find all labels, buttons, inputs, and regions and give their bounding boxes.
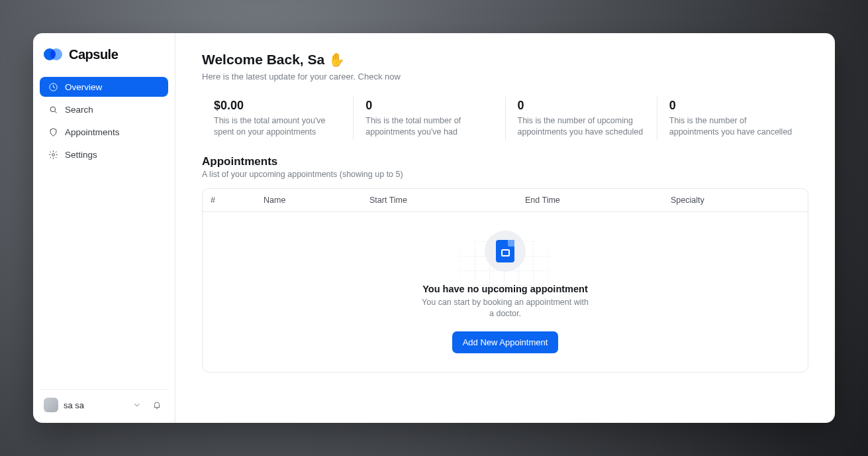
avatar [44, 398, 58, 412]
sidebar-item-overview[interactable]: Overview [40, 77, 168, 97]
chevron-down-icon [132, 400, 142, 410]
shield-icon [48, 127, 58, 137]
sidebar-footer: sa sa [40, 389, 168, 416]
stat-value: 0 [518, 99, 645, 113]
brand-name: Capsule [69, 47, 118, 62]
empty-title: You have no upcoming appointment [422, 284, 587, 294]
dashboard-icon [48, 82, 58, 92]
stat-total-spent: $0.00 This is the total amount you've sp… [202, 96, 354, 141]
sidebar: Capsule Overview Search Appointments [33, 33, 175, 423]
column-name: Name [264, 196, 369, 205]
stat-desc: This is the number of upcoming appointme… [518, 115, 644, 138]
stats-row: $0.00 This is the total amount you've sp… [202, 96, 808, 141]
page-title: Welcome Back, Sa [202, 52, 324, 68]
notifications-button[interactable] [150, 398, 164, 412]
column-start-time: Start Time [369, 196, 525, 205]
stat-desc: This is the number of appointments you h… [669, 115, 795, 138]
section-subtitle: A list of your upcoming appointments (sh… [202, 170, 808, 179]
add-appointment-button[interactable]: Add New Appointment [452, 331, 559, 353]
search-icon [48, 104, 58, 115]
stat-desc: This is the total amount you've spent on… [214, 115, 340, 138]
table-header: # Name Start Time End Time Specialty [203, 189, 808, 212]
document-icon [496, 240, 514, 262]
column-index: # [211, 196, 264, 205]
stat-total-appointments: 0 This is the total number of appointmen… [354, 96, 505, 141]
sidebar-item-search[interactable]: Search [40, 99, 168, 119]
stat-value: $0.00 [214, 99, 341, 113]
stat-desc: This is the total number of appointments… [365, 115, 491, 138]
stat-value: 0 [365, 99, 493, 113]
stat-upcoming: 0 This is the number of upcoming appoint… [506, 96, 657, 141]
sidebar-item-label: Search [65, 105, 93, 115]
wave-emoji-icon: ✋ [328, 53, 345, 66]
user-menu-toggle[interactable] [130, 398, 144, 412]
sidebar-item-label: Settings [65, 150, 97, 160]
stat-value: 0 [669, 99, 796, 113]
main-content: Welcome Back, Sa ✋ Here is the latest up… [175, 33, 835, 423]
section-title: Appointments [202, 155, 808, 168]
bell-icon [152, 400, 162, 410]
page-title-row: Welcome Back, Sa ✋ [202, 52, 808, 68]
nav: Overview Search Appointments Settings [40, 77, 168, 164]
column-specialty: Specialty [671, 196, 800, 205]
sidebar-item-settings[interactable]: Settings [40, 144, 168, 164]
stat-cancelled: 0 This is the number of appointments you… [657, 96, 808, 141]
sidebar-item-label: Overview [65, 82, 102, 92]
appointments-table: # Name Start Time End Time Specialty You… [202, 188, 808, 372]
brand-logo[interactable]: Capsule [40, 42, 168, 72]
svg-point-2 [52, 153, 54, 156]
svg-point-1 [50, 107, 56, 112]
page-subtitle: Here is the latest update for your caree… [202, 72, 808, 82]
sidebar-item-label: Appointments [65, 127, 120, 137]
sidebar-item-appointments[interactable]: Appointments [40, 122, 168, 142]
brand-mark-icon [44, 46, 64, 62]
app-window: Capsule Overview Search Appointments [33, 33, 835, 423]
user-name: sa sa [64, 400, 124, 410]
empty-state: You have no upcoming appointment You can… [203, 212, 808, 372]
column-end-time: End Time [525, 196, 671, 205]
empty-description: You can start by booking an appointment … [419, 297, 591, 319]
empty-icon-circle [485, 231, 526, 272]
gear-icon [48, 149, 58, 160]
